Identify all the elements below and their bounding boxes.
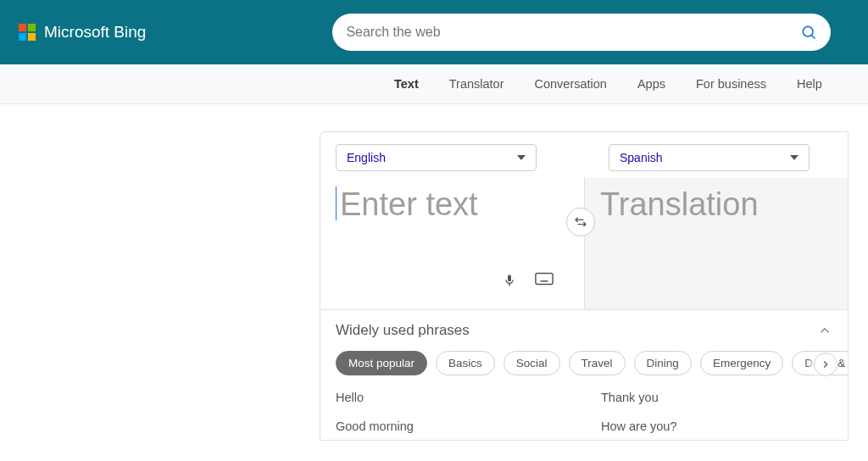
chevron-right-icon [820,358,832,370]
category-travel[interactable]: Travel [569,351,626,375]
search-icon[interactable] [800,24,817,41]
svg-rect-2 [509,284,509,286]
input-placeholder: Enter text [336,186,569,223]
tab-conversation[interactable]: Conversation [534,77,606,91]
tab-translator[interactable]: Translator [449,77,504,91]
translator-card: English Spanish Enter text Translation W… [320,131,849,441]
phrase-good-morning[interactable]: Good morning [336,419,567,433]
brand-block[interactable]: Microsoft Bing [19,23,146,42]
swap-languages-button[interactable] [566,208,595,236]
input-pane[interactable]: Enter text [320,178,584,309]
svg-point-0 [804,26,814,36]
source-language-label: English [347,151,386,164]
categories-next-button[interactable] [814,353,837,376]
chevron-down-icon [517,155,526,160]
header-bar: Microsoft Bing [0,0,868,64]
nav-tabs: Text Translator Conversation Apps For bu… [0,64,868,104]
search-box[interactable] [332,14,831,51]
phrase-thank-you[interactable]: Thank you [601,391,832,404]
phrases-title: Widely used phrases [336,322,470,339]
category-social[interactable]: Social [504,351,560,375]
phrase-category-row: Most popular Basics Social Travel Dining… [336,351,832,375]
output-placeholder: Translation [600,186,832,223]
translation-panes: Enter text Translation [320,178,848,309]
phrases-section: Widely used phrases Most popular Basics … [320,309,848,440]
phrase-how-are-you[interactable]: How are you? [601,419,832,433]
category-dining[interactable]: Dining [634,351,692,375]
output-pane: Translation [584,178,848,309]
svg-rect-3 [536,274,553,285]
tab-help[interactable]: Help [797,77,822,91]
target-language-select[interactable]: Spanish [609,144,810,171]
chevron-up-icon[interactable] [817,323,832,338]
category-emergency[interactable]: Emergency [700,351,783,375]
category-most-popular[interactable]: Most popular [336,351,427,375]
swap-icon [574,215,587,229]
input-toolbar [336,223,569,297]
phrases-grid: Hello Thank you Good morning How are you… [336,391,832,433]
target-language-label: Spanish [620,151,663,164]
svg-line-1 [812,36,815,39]
brand-text: Microsoft Bing [44,23,146,42]
phrase-hello[interactable]: Hello [336,391,567,404]
chevron-down-icon [790,155,798,160]
microsoft-logo-icon [19,24,36,41]
tab-text[interactable]: Text [394,77,419,91]
keyboard-icon[interactable] [535,272,554,286]
tab-apps[interactable]: Apps [637,77,665,91]
language-row: English Spanish [320,132,848,178]
tab-business[interactable]: For business [696,77,766,91]
phrases-header[interactable]: Widely used phrases [336,322,832,339]
source-language-select[interactable]: English [336,144,537,171]
search-input[interactable] [346,25,800,40]
category-basics[interactable]: Basics [436,351,495,375]
microphone-icon[interactable] [503,272,516,289]
